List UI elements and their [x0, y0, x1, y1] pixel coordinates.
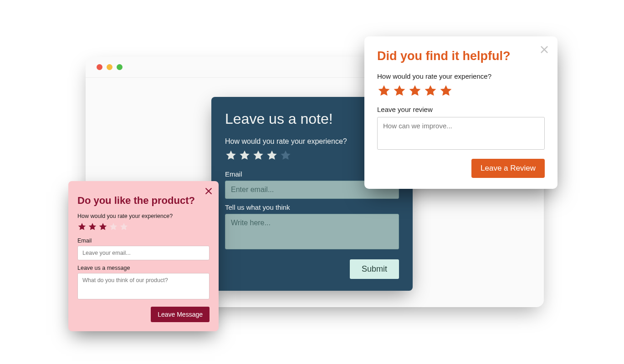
rating-label: How would you rate your experience?: [377, 72, 545, 80]
star-rating[interactable]: [77, 222, 210, 231]
star-icon[interactable]: [98, 222, 107, 231]
feedback-popup-helpful: Did you find it helpful? How would you r…: [364, 36, 558, 189]
star-icon[interactable]: [439, 84, 453, 97]
star-icon[interactable]: [239, 149, 251, 161]
close-icon[interactable]: [204, 187, 213, 196]
window-close-dot[interactable]: [97, 64, 102, 70]
close-icon[interactable]: [539, 45, 549, 55]
star-icon[interactable]: [280, 149, 292, 161]
star-icon[interactable]: [225, 149, 237, 161]
message-label: Leave us a message: [77, 265, 210, 271]
popup-title: Do you like the product?: [77, 195, 210, 207]
rating-label: How would you rate your experience?: [77, 213, 210, 219]
popup-title: Did you find it helpful?: [377, 49, 545, 63]
star-icon[interactable]: [393, 84, 406, 97]
submit-button[interactable]: Submit: [350, 259, 399, 279]
star-icon[interactable]: [77, 222, 87, 231]
star-icon[interactable]: [424, 84, 437, 97]
window-minimize-dot[interactable]: [107, 64, 113, 70]
email-input[interactable]: [77, 246, 210, 260]
leave-review-button[interactable]: Leave a Review: [471, 159, 545, 178]
message-textarea[interactable]: [225, 214, 399, 249]
message-label: Tell us what you think: [225, 203, 399, 211]
star-icon[interactable]: [408, 84, 422, 97]
window-maximize-dot[interactable]: [117, 64, 123, 70]
star-icon[interactable]: [266, 149, 278, 161]
star-icon[interactable]: [252, 149, 264, 161]
message-textarea[interactable]: [77, 273, 210, 299]
star-icon[interactable]: [377, 84, 391, 97]
star-icon[interactable]: [88, 222, 97, 231]
review-label: Leave your review: [377, 106, 545, 113]
star-rating[interactable]: [377, 84, 545, 97]
star-icon[interactable]: [109, 222, 118, 231]
star-icon[interactable]: [119, 222, 128, 231]
feedback-popup-product: Do you like the product? How would you r…: [68, 181, 219, 331]
email-label: Email: [77, 238, 210, 244]
review-textarea[interactable]: [377, 117, 545, 150]
leave-message-button[interactable]: Leave Message: [151, 307, 210, 322]
